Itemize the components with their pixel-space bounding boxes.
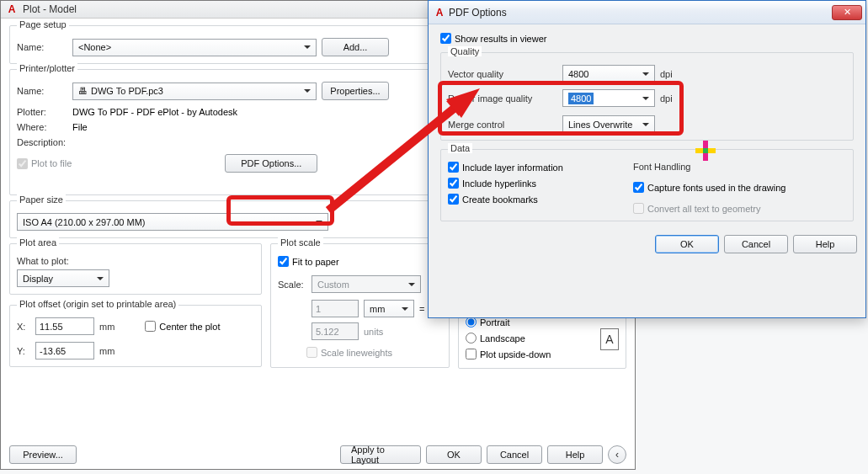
plot-to-file-label: Plot to file (31, 158, 72, 168)
apply-label: Apply to Layout (351, 445, 410, 465)
pdf-titlebar: A PDF Options ✕ (429, 1, 865, 24)
chevron-left-icon: ‹ (615, 449, 619, 461)
printer-properties-label: Properties... (330, 86, 380, 96)
merge-control-label: Merge control (448, 120, 557, 130)
pagesetup-name-label: Name: (17, 42, 67, 52)
scale-lineweights-input (306, 347, 317, 358)
pdf-cancel-button[interactable]: Cancel (724, 235, 788, 253)
what-to-plot-value: Display (23, 274, 53, 284)
show-results-input[interactable] (440, 33, 451, 44)
scale-select: Custom (312, 275, 421, 293)
pdf-options-button[interactable]: PDF Options... (225, 154, 317, 173)
legend-paper-size: Paper size (17, 194, 66, 205)
close-button[interactable]: ✕ (832, 5, 862, 20)
plot-upside-checkbox[interactable]: Plot upside-down (466, 349, 551, 359)
capture-fonts-checkbox[interactable]: Capture fonts used in the drawing (633, 182, 846, 193)
pdf-ok-button[interactable]: OK (655, 235, 719, 253)
vector-quality-select[interactable]: 4800 (562, 65, 655, 83)
offset-y-value: -13.65 (40, 346, 66, 356)
scale-unit-select[interactable]: mm (364, 300, 414, 317)
scale-num-field: 1 (312, 300, 359, 317)
scale-lineweights-checkbox: Scale lineweights (306, 347, 392, 358)
create-bookmarks-checkbox[interactable]: Create bookmarks (448, 194, 625, 205)
legend-printer: Printer/plotter (17, 63, 77, 73)
apply-layout-button[interactable]: Apply to Layout (340, 445, 421, 464)
pagesetup-name-value: <None> (78, 42, 111, 52)
include-hyperlinks-label: Include hyperlinks (462, 178, 536, 189)
paper-size-select[interactable]: ISO A4 (210.00 x 297.00 MM) (17, 213, 328, 231)
preview-label: Preview... (23, 450, 63, 460)
create-bookmarks-input[interactable] (448, 194, 459, 205)
offset-x-unit: mm (99, 322, 114, 332)
offset-y-field[interactable]: -13.65 (35, 342, 94, 359)
create-bookmarks-label: Create bookmarks (462, 194, 538, 205)
vector-quality-value: 4800 (568, 69, 588, 79)
scale-units-label: units (364, 327, 383, 337)
fit-to-paper-checkbox[interactable]: Fit to paper (278, 256, 339, 267)
pdf-title: PDF Options (449, 7, 507, 19)
plot-cancel-button[interactable]: Cancel (487, 445, 542, 464)
offset-y-unit: mm (99, 346, 114, 356)
offset-x-label: X: (17, 322, 30, 332)
center-plot-input[interactable] (145, 321, 156, 332)
raster-quality-label: Raster image quality (448, 93, 557, 104)
scale-value: Custom (317, 280, 349, 290)
capture-fonts-input[interactable] (633, 182, 644, 193)
raster-quality-select[interactable]: 4800 (562, 89, 655, 107)
plot-upside-input[interactable] (466, 349, 477, 359)
plotter-value: DWG To PDF - PDF ePlot - by Autodesk (72, 107, 237, 117)
pagesetup-add-button[interactable]: Add... (322, 38, 389, 56)
pdf-help-button[interactable]: Help (793, 235, 857, 253)
group-plot-area: Plot area What to plot: Display (9, 243, 262, 295)
capture-fonts-label: Capture fonts used in the drawing (647, 183, 786, 193)
printer-name-select[interactable]: 🖶 DWG To PDF.pc3 (72, 83, 317, 100)
group-quality: Quality Vector quality 4800 dpi Raster i… (440, 52, 854, 141)
include-layer-input[interactable] (448, 162, 459, 173)
app-icon: A (6, 3, 18, 15)
include-hyperlinks-checkbox[interactable]: Include hyperlinks (448, 178, 625, 189)
printer-properties-button[interactable]: Properties... (322, 82, 389, 100)
convert-text-checkbox: Convert all text to geometry (633, 203, 846, 214)
plot-ok-label: OK (447, 450, 461, 460)
orientation-preview-icon: A (600, 328, 619, 350)
center-plot-label: Center the plot (159, 322, 220, 332)
what-to-plot-select[interactable]: Display (17, 269, 109, 287)
preview-button[interactable]: Preview... (9, 445, 77, 464)
plotter-label: Plotter: (17, 107, 67, 117)
landscape-input[interactable] (466, 333, 477, 344)
legend-quality: Quality (448, 46, 482, 56)
plot-cancel-label: Cancel (500, 450, 529, 460)
plot-help-button[interactable]: Help (547, 445, 603, 464)
legend-plot-area: Plot area (17, 237, 59, 248)
vector-quality-label: Vector quality (448, 69, 557, 79)
scale-den-value: 5.122 (316, 327, 339, 337)
convert-text-input (633, 203, 644, 214)
pdf-cancel-label: Cancel (742, 239, 770, 249)
scale-eq: = (419, 304, 424, 314)
plot-ok-button[interactable]: OK (426, 445, 482, 464)
merge-control-select[interactable]: Lines Overwrite (562, 115, 655, 133)
convert-text-label: Convert all text to geometry (647, 204, 761, 214)
legend-data: Data (448, 143, 472, 153)
group-plot-scale: Plot scale Fit to paper Scale: Custom 1 (270, 243, 450, 368)
group-data: Data Include layer information Include h… (440, 149, 854, 221)
printer-name-label: Name: (17, 86, 67, 96)
app-icon: A (434, 7, 445, 19)
pagesetup-name-select[interactable]: <None> (72, 39, 317, 56)
where-label: Where: (17, 122, 67, 132)
include-layer-checkbox[interactable]: Include layer information (448, 162, 625, 173)
fit-to-paper-input[interactable] (278, 256, 289, 267)
expand-button[interactable]: ‹ (608, 445, 626, 464)
include-hyperlinks-input[interactable] (448, 178, 459, 189)
plot-to-file-input (17, 158, 28, 169)
orientation-landscape[interactable]: Landscape (466, 333, 525, 344)
pagesetup-add-label: Add... (343, 42, 368, 52)
show-results-checkbox[interactable]: Show results in viewer (440, 33, 854, 44)
scale-unit-value: mm (370, 304, 385, 314)
pdf-help-label: Help (816, 239, 835, 249)
font-handling-label: Font Handling (633, 162, 846, 172)
paper-size-value: ISO A4 (210.00 x 297.00 MM) (23, 217, 146, 227)
offset-x-field[interactable]: 11.55 (35, 317, 94, 335)
center-plot-checkbox[interactable]: Center the plot (145, 321, 220, 332)
offset-y-label: Y: (17, 346, 30, 356)
